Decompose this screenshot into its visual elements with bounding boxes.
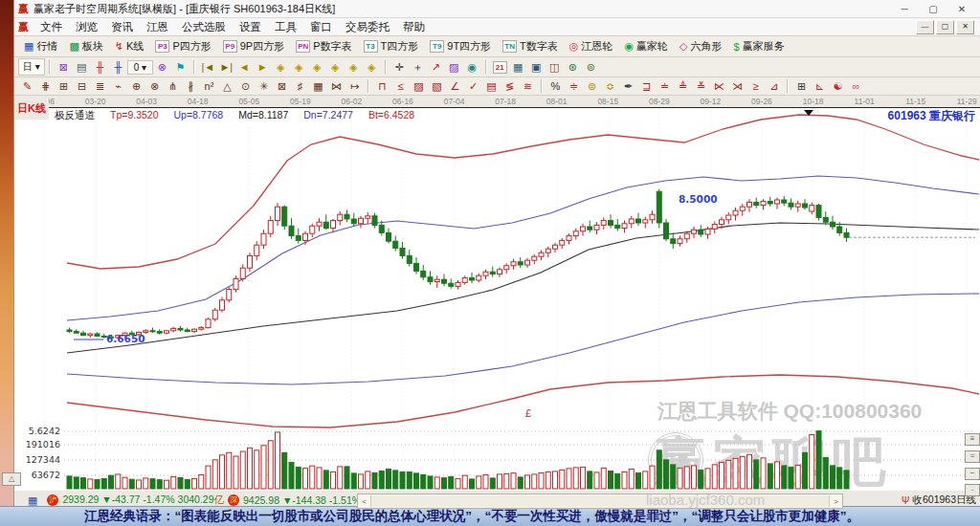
volume-pane-collapse-button[interactable]: △ [2, 472, 21, 486]
rows-tool-button[interactable]: ▤ [482, 79, 501, 94]
gold-line-button[interactable]: ≎ [601, 79, 619, 94]
scroll-right-button[interactable]: > [830, 497, 842, 506]
grid-box-2-button[interactable]: ⊟ [73, 79, 91, 94]
ink-tool-button[interactable]: ✒ [619, 79, 637, 94]
child-close-button[interactable]: ✕ [956, 20, 974, 34]
ruler-lines-button[interactable]: ≣ [91, 79, 109, 94]
pane-layout-button-1[interactable]: ≡ [965, 433, 980, 446]
menu-item[interactable]: 工具 [268, 20, 303, 34]
equal-angle-button[interactable]: ≚ [692, 79, 710, 94]
slope-tool-button[interactable]: ⊿ [765, 79, 783, 94]
triangle-tool-button[interactable]: △ [218, 79, 236, 94]
angle-mark-button[interactable]: ⊾ [811, 79, 829, 94]
gold-ring-button[interactable]: ⊜ [583, 79, 601, 94]
p-number-table-button[interactable]: PNP数字表 [290, 37, 357, 55]
percent-line-button[interactable]: ≑ [565, 79, 583, 94]
gann-diamond-4-button[interactable]: ◈ [326, 60, 345, 75]
dense-grid-button[interactable]: ▦ [309, 79, 327, 94]
shade-1-button[interactable]: ▨ [410, 79, 428, 94]
t-number-table-button[interactable]: TNT数字表 [497, 37, 564, 55]
circle-x-button[interactable]: ⊗ [145, 79, 164, 94]
gann-fan-lines-button[interactable]: ⋕ [36, 79, 55, 94]
chart-area[interactable]: 03-0603-2004-0304-1805-0505-1906-0206-16… [14, 96, 980, 490]
fork-tool-button[interactable]: ⋔ [164, 79, 182, 94]
menu-item[interactable]: 文件 [33, 20, 69, 34]
wave-tool-button[interactable]: ⌁ [109, 79, 127, 94]
check-tool-button[interactable]: ✓ [464, 79, 482, 94]
mini-kline-red-button[interactable]: ╫ [91, 60, 109, 74]
winner-wheel-button[interactable]: ◉赢家轮 [618, 37, 674, 55]
angle-tool-button[interactable]: ∠ [446, 79, 464, 94]
bowtie-tool-button[interactable]: ⋈ [327, 79, 345, 94]
pane-layout-button-3[interactable]: − [965, 468, 980, 480]
9p-square-button[interactable]: P99P四方形 [217, 37, 290, 55]
first-bar-button[interactable]: |◄ [199, 60, 217, 74]
gann-diamond-5-button[interactable]: ◈ [345, 60, 363, 75]
menu-item[interactable]: 窗口 [303, 20, 339, 34]
percent-tool-button[interactable]: % [546, 79, 565, 93]
flag-marker-button[interactable]: ⚑ [171, 60, 189, 75]
menu-item[interactable]: 浏览 [69, 20, 104, 34]
box-x-tool-button[interactable]: ⊠ [273, 79, 291, 94]
menu-item[interactable]: 公式选股 [175, 20, 233, 34]
circle-cross-button[interactable]: ⊕ [127, 79, 145, 94]
copy-chart-button[interactable]: ▤ [73, 60, 91, 75]
kline-chart-svg[interactable]: 5.6242191016127344636726.66508.5000£ [14, 96, 980, 490]
calculator-button[interactable]: ▦ [509, 60, 527, 75]
star-tool-button[interactable]: ✳ [255, 79, 273, 94]
menu-item[interactable]: 资讯 [104, 20, 140, 34]
restore-button[interactable]: ▢ [919, 1, 947, 17]
gann-diamond-1-button[interactable]: ◈ [272, 60, 290, 75]
menu-item[interactable]: 帮助 [396, 20, 432, 34]
join-left-button[interactable]: ⋉ [710, 79, 728, 94]
spy-tool-button[interactable]: ◉ [463, 60, 481, 75]
grid-box-1-button[interactable]: ⊞ [55, 79, 73, 94]
waves-tool-button[interactable]: ≋ [519, 79, 537, 94]
9t-square-button[interactable]: T99T四方形 [424, 37, 497, 55]
net-tool-2-button[interactable]: ⊚ [582, 60, 600, 75]
join-right-button[interactable]: ⋊ [728, 79, 746, 94]
close-button[interactable]: ✕ [947, 1, 976, 17]
grid-tool-button[interactable]: ▨ [445, 60, 463, 75]
winner-service-button[interactable]: $赢家服务 [728, 37, 791, 55]
quotes-button[interactable]: ▦行情 [18, 37, 63, 55]
map-arrow-button[interactable]: ↦ [345, 79, 364, 94]
gann-diamond-3-button[interactable]: ◈ [308, 60, 326, 75]
offset-zero-button[interactable]: 0 ▾ [127, 60, 153, 75]
child-restore-button[interactable]: ▢ [936, 20, 954, 34]
angle-k-button[interactable]: ♯ [291, 79, 309, 93]
purple-marker-button[interactable]: ⊗ [153, 60, 171, 75]
trend-draw-button[interactable]: ↗ [427, 60, 445, 75]
menu-item[interactable]: 交易委托 [339, 20, 396, 34]
hexagon-button[interactable]: ◇六角形 [674, 37, 727, 55]
parallel-tool-button[interactable]: ∦ [182, 79, 200, 94]
shanghai-index-quote[interactable]: 2939.29 ▼-43.77 -1.47% 3040.29亿 [62, 493, 224, 507]
menu-item[interactable]: 设置 [233, 20, 268, 34]
pen-button[interactable]: ✎ [18, 79, 36, 94]
table-grid-button[interactable]: ⊞ [792, 79, 811, 94]
mini-kline-blue-button[interactable]: ╫ [109, 60, 127, 74]
sectors-button[interactable]: ▩板块 [63, 37, 108, 55]
terminal-button[interactable]: ▣ [527, 60, 546, 75]
infinity-button[interactable]: ∞ [847, 79, 865, 93]
period-day-button[interactable]: 日 ▾ [18, 58, 45, 76]
pan-hand-button[interactable]: ✛ [390, 60, 409, 75]
chart-horizontal-scrollbar[interactable]: < > [357, 493, 843, 509]
dot-line-button[interactable]: ≐ [656, 79, 674, 94]
target-tool-button[interactable]: ⊙ [236, 79, 255, 94]
steps-tool-button[interactable]: ≥ [746, 79, 765, 93]
gann-diamond-2-button[interactable]: ◈ [290, 60, 308, 75]
ray-fan-button[interactable]: ≤ [391, 79, 410, 93]
delta-line-button[interactable]: ≜ [674, 79, 692, 94]
scroll-left-button[interactable]: < [358, 497, 370, 506]
shade-2-button[interactable]: ▧ [428, 79, 446, 94]
crosshair-button[interactable]: ＋ [409, 59, 427, 76]
save-disk-button[interactable]: ◫ [546, 60, 564, 75]
p-square-button[interactable]: P3P四方形 [149, 37, 216, 55]
scrollbar-thumb[interactable] [370, 495, 830, 507]
lessgreat-button[interactable]: ≶ [501, 79, 519, 94]
grid-icon[interactable]: ▦ [28, 494, 37, 507]
prev-bar-button[interactable]: ◄ [235, 60, 254, 74]
frame-tool-button[interactable]: ⊓ [373, 79, 391, 94]
gann-diamond-6-button[interactable]: ◈ [363, 60, 381, 75]
